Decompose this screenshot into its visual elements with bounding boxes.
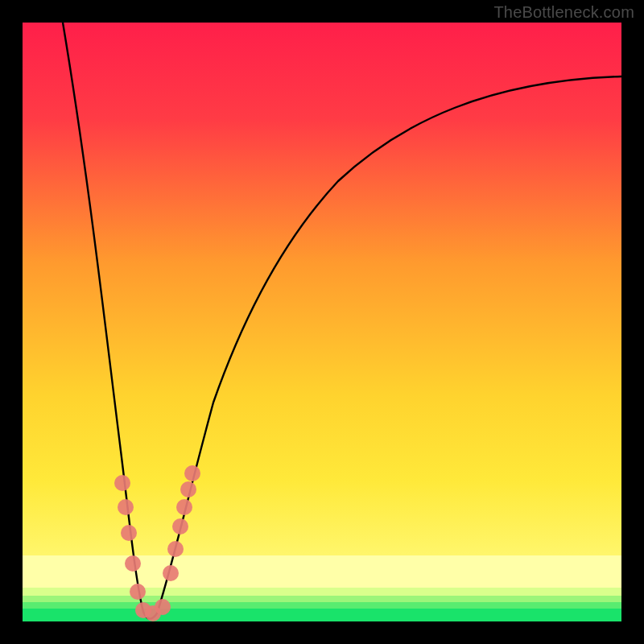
band-pale-yellow (23, 555, 621, 588)
band-green-1 (23, 602, 621, 609)
marker-dot (184, 465, 200, 481)
chart-frame: TheBottleneck.com (0, 0, 644, 644)
marker-dot (172, 518, 188, 535)
band-lightgreen-1 (23, 588, 621, 596)
marker-dot (155, 599, 171, 615)
marker-dot (114, 475, 130, 491)
marker-dot (176, 499, 192, 515)
band-lightgreen-2 (23, 596, 621, 602)
marker-dot (180, 481, 196, 497)
plot-area (23, 23, 621, 621)
watermark-label: TheBottleneck.com (493, 3, 634, 22)
marker-dot (118, 499, 134, 515)
marker-dot (163, 565, 179, 581)
marker-dot (167, 541, 184, 557)
marker-dot (130, 584, 146, 600)
bottleneck-chart-svg (0, 0, 644, 644)
band-green-bottom (23, 609, 621, 621)
gradient-background (23, 23, 621, 555)
marker-dot (121, 525, 137, 541)
marker-dot (125, 555, 141, 572)
